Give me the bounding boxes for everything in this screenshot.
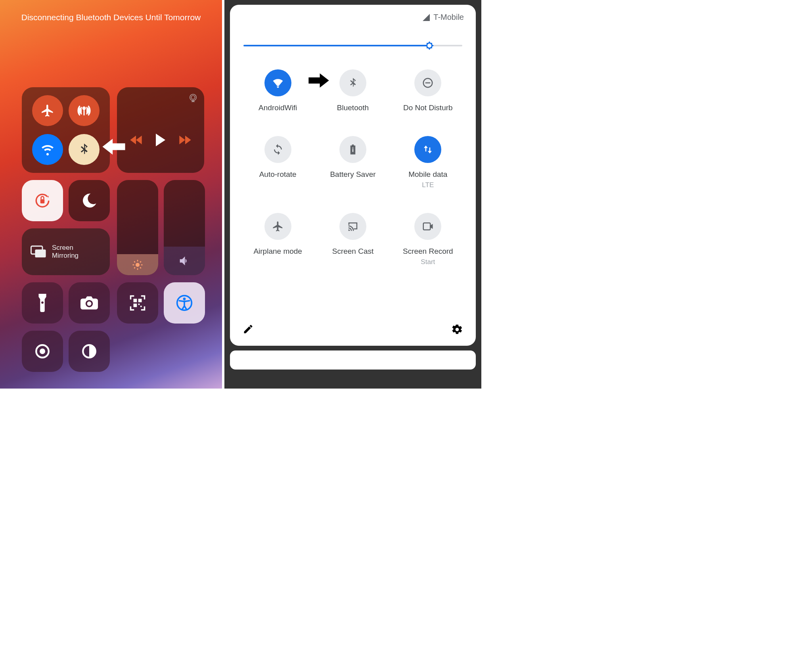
qs-sub: LTE xyxy=(422,181,434,189)
screen-record-button[interactable] xyxy=(22,331,63,372)
qs-airplane[interactable]: Airplane mode xyxy=(240,213,315,266)
gear-icon xyxy=(451,324,463,335)
qs-label: Screen Record xyxy=(403,247,453,256)
do-not-disturb-toggle[interactable] xyxy=(69,180,110,221)
qs-circle[interactable] xyxy=(414,69,441,96)
autorotate-icon xyxy=(272,144,284,155)
svg-rect-20 xyxy=(425,82,431,84)
qs-label: Mobile data xyxy=(408,170,447,179)
svg-point-15 xyxy=(40,349,45,354)
bluetooth-icon xyxy=(77,142,91,157)
svg-rect-7 xyxy=(134,299,137,303)
rewind-icon[interactable] xyxy=(130,136,142,144)
bluetooth-toggle[interactable] xyxy=(69,134,100,165)
cast-icon xyxy=(347,220,359,232)
qs-circle[interactable] xyxy=(414,136,441,163)
brightness-thumb-icon xyxy=(425,40,434,51)
qs-circle[interactable] xyxy=(339,213,366,240)
dark-mode-button[interactable] xyxy=(69,331,110,372)
mobiledata-icon xyxy=(422,144,434,155)
svg-point-1 xyxy=(191,96,195,99)
qs-circle[interactable] xyxy=(264,69,291,96)
ios-media-tile[interactable] xyxy=(117,87,204,173)
svg-rect-3 xyxy=(40,199,45,204)
qs-grid: AndroidWifiBluetoothDo Not DisturbAuto-r… xyxy=(240,69,465,322)
qs-label: Airplane mode xyxy=(253,247,302,256)
qs-circle[interactable] xyxy=(339,136,366,163)
qs-sub: Start xyxy=(421,258,435,266)
brightness-slider[interactable] xyxy=(117,180,158,275)
wifi-icon xyxy=(272,77,284,89)
screen-mirroring-icon xyxy=(31,245,46,259)
qs-mobiledata[interactable]: Mobile dataLTE xyxy=(391,136,465,189)
android-quick-settings: T-Mobile AndroidWifiBluetoothDo Not Dist… xyxy=(224,0,481,389)
wifi-icon xyxy=(40,142,55,157)
qs-record[interactable]: Screen RecordStart xyxy=(391,213,465,266)
brightness-slider[interactable] xyxy=(240,38,465,54)
volume-icon xyxy=(178,254,191,268)
svg-point-13 xyxy=(183,298,186,301)
qs-circle[interactable] xyxy=(264,213,291,240)
annotation-arrow-left xyxy=(102,139,125,156)
ios-connectivity-tile[interactable] xyxy=(22,87,110,173)
qs-circle[interactable] xyxy=(264,136,291,163)
battery-icon xyxy=(347,144,359,155)
accessibility-button[interactable] xyxy=(164,282,205,324)
qs-dnd[interactable]: Do Not Disturb xyxy=(391,69,465,112)
volume-slider[interactable] xyxy=(164,180,205,275)
qs-label: Screen Cast xyxy=(332,247,374,256)
play-icon[interactable] xyxy=(155,134,166,146)
airplane-icon xyxy=(272,220,284,232)
airplay-icon[interactable] xyxy=(188,93,199,105)
flashlight-button[interactable] xyxy=(22,282,63,324)
annotation-arrow-right xyxy=(308,73,330,89)
qs-autorotate[interactable]: Auto-rotate xyxy=(240,136,315,189)
forward-icon[interactable] xyxy=(179,136,191,144)
half-circle-icon xyxy=(81,343,98,360)
cellular-icon xyxy=(77,103,91,118)
qs-battery[interactable]: Battery Saver xyxy=(315,136,390,189)
qr-icon xyxy=(129,295,146,311)
qr-scanner-button[interactable] xyxy=(117,282,158,324)
carrier-label: T-Mobile xyxy=(433,13,464,22)
qs-label: Auto-rotate xyxy=(259,170,297,179)
qs-label: Battery Saver xyxy=(330,170,375,179)
svg-rect-11 xyxy=(140,306,142,307)
qs-circle[interactable] xyxy=(339,69,366,96)
brightness-thumb[interactable] xyxy=(425,41,434,50)
svg-point-4 xyxy=(136,263,140,267)
camera-icon xyxy=(80,296,98,310)
bluetooth-icon xyxy=(347,77,359,89)
orientation-lock-icon xyxy=(34,192,51,209)
android-card: T-Mobile AndroidWifiBluetoothDo Not Dist… xyxy=(230,5,476,346)
qs-label: Do Not Disturb xyxy=(403,103,453,112)
record-icon xyxy=(422,220,434,232)
camera-button[interactable] xyxy=(69,282,110,324)
wifi-toggle[interactable] xyxy=(32,134,63,165)
flashlight-icon xyxy=(36,294,49,312)
dnd-icon xyxy=(422,77,434,89)
screen-mirroring-label: Screen Mirroring xyxy=(52,244,79,259)
qs-cast[interactable]: Screen Cast xyxy=(315,213,390,266)
edit-button[interactable] xyxy=(243,324,254,337)
screen-mirroring-button[interactable]: Screen Mirroring xyxy=(22,228,110,275)
airplane-mode-toggle[interactable] xyxy=(32,95,63,126)
pencil-icon xyxy=(243,324,254,335)
brightness-icon xyxy=(132,259,144,271)
qs-wifi[interactable]: AndroidWifi xyxy=(240,69,315,112)
cellular-data-toggle[interactable] xyxy=(69,95,100,126)
orientation-lock-toggle[interactable] xyxy=(22,180,63,221)
svg-rect-6 xyxy=(35,249,46,257)
ios-control-center: Disconnecting Bluetooth Devices Until To… xyxy=(0,0,222,389)
svg-rect-8 xyxy=(138,299,142,303)
svg-point-18 xyxy=(427,44,431,48)
qs-circle[interactable] xyxy=(414,213,441,240)
qs-label: AndroidWifi xyxy=(259,103,297,112)
android-notification-stub[interactable] xyxy=(230,350,476,370)
qs-bluetooth[interactable]: Bluetooth xyxy=(315,69,390,112)
record-icon xyxy=(34,343,51,360)
signal-icon xyxy=(422,13,430,21)
svg-rect-9 xyxy=(134,304,137,307)
settings-button[interactable] xyxy=(451,324,463,337)
ios-toast: Disconnecting Bluetooth Devices Until To… xyxy=(0,13,222,22)
